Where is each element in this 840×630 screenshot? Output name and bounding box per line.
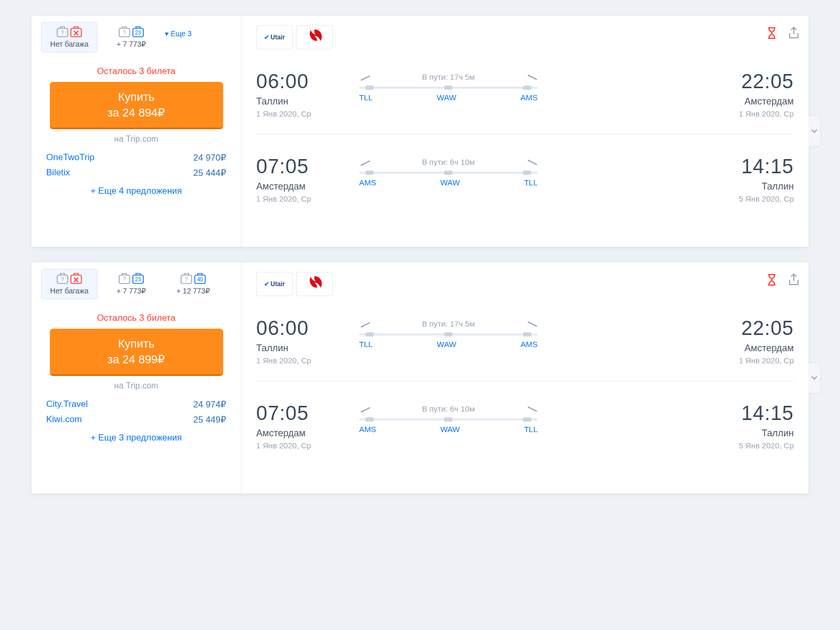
alt-offer-price: 25 449₽ [193, 414, 226, 425]
share-icon[interactable] [788, 273, 800, 287]
airline-logo-utair: ✔Utair [256, 272, 293, 296]
baggage-tab-label: + 7 773₽ [107, 40, 155, 48]
baggage-kg-icon: 40 [194, 272, 206, 285]
departure: 06:00 Таллин 1 Янв 2020, Ср [256, 70, 345, 118]
baggage-tab-label: Нет багажа [45, 287, 93, 295]
dep-time: 07:05 [256, 402, 345, 425]
arr-city: Таллин [705, 428, 794, 439]
baggage-tab-23kg[interactable]: ? 23 + 7 773₽ [103, 269, 160, 299]
airport-code[interactable]: AMS [359, 425, 376, 434]
buy-on-label: на Trip.com [41, 134, 232, 144]
buy-button[interactable]: Купить за 24 899₽ [50, 329, 223, 376]
more-offers-link[interactable]: + Еще 3 предложения [41, 433, 232, 443]
route: В пути: 17ч 5м TLL WAW AMS [359, 317, 538, 349]
plane-landing-icon [526, 405, 538, 413]
dep-date: 1 Янв 2020, Ср [256, 441, 345, 450]
buy-line1: Купить [118, 337, 155, 350]
airport-code[interactable]: WAW [437, 93, 456, 102]
dep-city: Таллин [256, 343, 345, 354]
dep-date: 1 Янв 2020, Ср [256, 194, 345, 203]
hourglass-icon [766, 274, 777, 286]
tickets-left: Осталось 3 билета [41, 66, 232, 77]
baggage-tab-label: + 12 773₽ [169, 287, 217, 295]
hourglass-icon [766, 27, 777, 39]
baggage-kg-icon: 23 [132, 272, 144, 285]
flight-segment: 07:05 Амстердам 1 Янв 2020, Ср В пути: 6… [256, 402, 794, 466]
alt-offer[interactable]: Kiwi.com 25 449₽ [41, 412, 232, 427]
svg-text:?: ? [61, 277, 64, 282]
alt-offer[interactable]: City.Travel 24 974₽ [41, 397, 232, 412]
alt-offer-name[interactable]: Kiwi.com [46, 414, 82, 425]
duration: В пути: 6ч 10м [422, 158, 475, 166]
route-track [359, 333, 538, 335]
baggage-tab-none[interactable]: ? Нет багажа [41, 22, 98, 52]
buy-line2: за 24 894₽ [108, 106, 165, 119]
airport-code[interactable]: AMS [520, 93, 538, 102]
expand-handle[interactable] [808, 117, 820, 146]
airline-logos: ✔Utair [256, 25, 794, 49]
alt-offer-name[interactable]: OneTwoTrip [46, 152, 94, 163]
flight-card: ? Нет багажа ? 23 + 7 773₽ ▾ Еще 3 Остал… [32, 16, 808, 247]
airport-code[interactable]: TLL [524, 178, 538, 187]
duration: В пути: 6ч 10м [422, 404, 475, 413]
arrival: 14:15 Таллин 5 Янв 2020, Ср [705, 402, 794, 450]
svg-text:23: 23 [135, 277, 141, 282]
baggage-tab-none[interactable]: ? Нет багажа [41, 269, 98, 299]
baggage-kg-icon: 23 [132, 25, 144, 38]
more-offers-link[interactable]: + Еще 4 предложения [41, 186, 232, 196]
dep-city: Амстердам [256, 428, 345, 439]
plane-landing-icon [526, 73, 538, 81]
carryon-icon: ? [57, 272, 68, 285]
airport-code[interactable]: AMS [520, 340, 538, 349]
airport-code[interactable]: WAW [440, 425, 460, 434]
airport-code[interactable]: TLL [359, 340, 373, 349]
airport-code[interactable]: TLL [524, 425, 538, 434]
buy-button[interactable]: Купить за 24 894₽ [50, 82, 223, 129]
buy-on-label: на Trip.com [41, 381, 232, 391]
airport-code[interactable]: WAW [440, 178, 460, 187]
alt-offer[interactable]: Biletix 25 444₽ [41, 165, 232, 181]
svg-text:40: 40 [197, 277, 203, 282]
dep-date: 1 Янв 2020, Ср [256, 356, 345, 365]
airport-code[interactable]: TLL [359, 93, 373, 102]
chevron-down-icon [811, 375, 817, 381]
baggage-more-link[interactable]: ▾ Еще 3 [165, 22, 192, 38]
flight-card: ? Нет багажа ? 23 + 7 773₽ ? 40 + 12 773… [32, 262, 808, 494]
buy-line2: за 24 899₽ [108, 353, 165, 366]
baggage-tab-label: Нет багажа [45, 40, 93, 48]
departure: 07:05 Амстердам 1 Янв 2020, Ср [256, 402, 345, 450]
arr-time: 22:05 [705, 70, 794, 93]
share-icon[interactable] [788, 26, 800, 40]
svg-text:?: ? [185, 277, 188, 282]
plane-landing-icon [526, 158, 538, 166]
dep-time: 06:00 [256, 317, 345, 340]
arrival: 14:15 Таллин 5 Янв 2020, Ср [705, 155, 794, 203]
baggage-tab-23kg[interactable]: ? 23 + 7 773₽ [103, 22, 160, 52]
airport-code[interactable]: WAW [437, 340, 456, 349]
expand-handle[interactable] [808, 363, 820, 393]
plane-landing-icon [526, 320, 538, 328]
departure: 07:05 Амстердам 1 Янв 2020, Ср [256, 155, 345, 203]
alt-offer-name[interactable]: Biletix [46, 167, 70, 178]
dep-time: 07:05 [256, 155, 345, 178]
price-panel: ? Нет багажа ? 23 + 7 773₽ ? 40 + 12 773… [32, 262, 242, 494]
route: В пути: 6ч 10м AMS WAW TLL [359, 155, 538, 187]
arr-date: 5 Янв 2020, Ср [705, 194, 794, 203]
flight-details: ✔Utair 06:00 Таллин 1 Янв 2020, Ср В пут… [242, 16, 808, 247]
plane-takeoff-icon [359, 73, 371, 81]
alt-offer-name[interactable]: City.Travel [46, 399, 88, 410]
carryon-icon: ? [181, 272, 192, 285]
buy-line1: Купить [118, 90, 155, 103]
airport-code[interactable]: AMS [359, 178, 376, 187]
airline-logo-redbird [296, 25, 333, 49]
svg-text:?: ? [61, 30, 64, 36]
baggage-tab-label: + 7 773₽ [107, 287, 155, 295]
baggage-tab-40kg[interactable]: ? 40 + 12 773₽ [165, 269, 222, 299]
dep-city: Таллин [256, 96, 345, 107]
alt-offer[interactable]: OneTwoTrip 24 970₽ [41, 150, 232, 165]
plane-takeoff-icon [359, 158, 371, 166]
plane-takeoff-icon [359, 320, 371, 328]
arrival: 22:05 Амстердам 1 Янв 2020, Ср [705, 70, 794, 118]
dep-date: 1 Янв 2020, Ср [256, 109, 345, 118]
alt-offer-price: 24 970₽ [193, 152, 226, 163]
